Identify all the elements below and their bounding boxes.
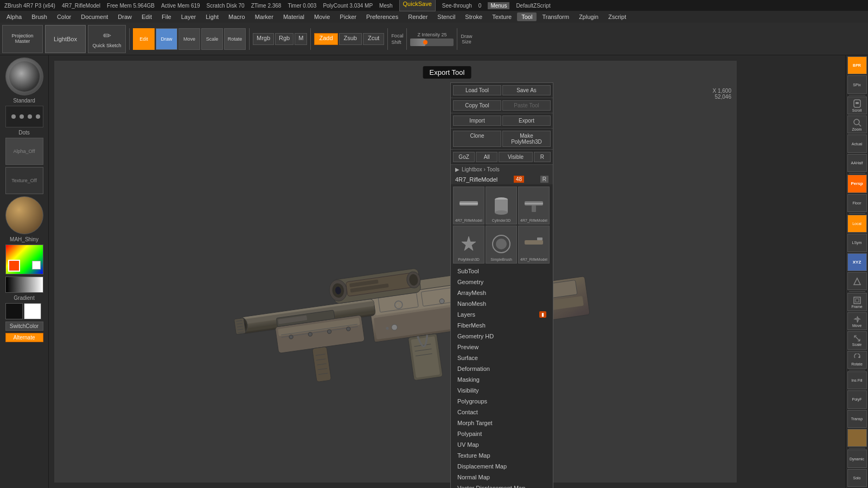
- fibermesh-item[interactable]: FiberMesh: [451, 320, 553, 331]
- move-view-button[interactable]: Move: [847, 312, 867, 330]
- clone-button[interactable]: Clone: [453, 131, 501, 147]
- secondary-color[interactable]: [24, 303, 41, 319]
- menu-zplugin[interactable]: Zplugin: [575, 12, 603, 21]
- load-tool-button[interactable]: Load Tool: [453, 85, 501, 95]
- r-button[interactable]: R: [534, 152, 551, 162]
- z-intensity-area[interactable]: Z Intensity 25: [410, 32, 454, 46]
- polyf-button[interactable]: PolyF: [847, 390, 867, 408]
- menu-alpha[interactable]: Alpha: [2, 12, 26, 21]
- z-intensity-slider[interactable]: [410, 38, 454, 46]
- nanomesh-item[interactable]: NanoMesh: [451, 298, 553, 309]
- canvas-area[interactable]: ×: [49, 55, 845, 488]
- rgb-button[interactable]: Rgb: [275, 33, 293, 45]
- local-button[interactable]: Local: [847, 215, 867, 233]
- rotate-button[interactable]: Rotate: [224, 28, 246, 50]
- zoom-button[interactable]: Zoom: [847, 115, 867, 133]
- normal-map-item[interactable]: Normal Map: [451, 472, 553, 483]
- preview-item[interactable]: Preview: [451, 342, 553, 352]
- edit-button[interactable]: Edit: [133, 28, 155, 50]
- menu-preferences[interactable]: Preferences: [362, 12, 403, 21]
- menu-brush[interactable]: Brush: [27, 12, 52, 21]
- spix-button[interactable]: SPix: [847, 75, 867, 93]
- visible-button[interactable]: Visible: [499, 152, 532, 162]
- projection-master-button[interactable]: Projection Master: [2, 25, 43, 53]
- mrgb-button[interactable]: Mrgb: [253, 33, 274, 45]
- quicksave-button[interactable]: QuickSave: [399, 0, 436, 11]
- layers-item[interactable]: Layers ▮: [451, 309, 553, 320]
- menu-picker[interactable]: Picker: [335, 12, 361, 21]
- scale-view-button[interactable]: Scale: [847, 331, 867, 349]
- texture-map-item[interactable]: Texture Map: [451, 450, 553, 461]
- menu-macro[interactable]: Macro: [224, 12, 250, 21]
- menu-color[interactable]: Color: [53, 12, 75, 21]
- zsub-button[interactable]: Zsub: [339, 33, 362, 45]
- xyz-button[interactable]: XYZ: [847, 253, 867, 271]
- menu-marker[interactable]: Marker: [251, 12, 278, 21]
- goz-button[interactable]: GoZ: [453, 152, 475, 162]
- switch-color-button[interactable]: SwitchColor: [5, 322, 43, 331]
- tool-thumb-rifle3[interactable]: 4R7_RifleModel: [518, 226, 550, 264]
- paste-tool-button[interactable]: Paste Tool: [502, 100, 551, 111]
- aahalf-button[interactable]: AAHalf: [847, 154, 867, 172]
- scroll-button[interactable]: Scroll: [847, 97, 867, 114]
- menu-tool[interactable]: Tool: [517, 12, 537, 21]
- menu-stencil[interactable]: Stencil: [433, 12, 459, 21]
- tool-thumb-rifle2[interactable]: 4R7_RifleModel: [518, 187, 550, 224]
- menu-movie[interactable]: Movie: [310, 12, 334, 21]
- displacement-map-item[interactable]: Displacement Map: [451, 461, 553, 472]
- color-picker[interactable]: [5, 245, 43, 274]
- sym-button[interactable]: [847, 272, 867, 290]
- arraymesh-item[interactable]: ArrayMesh: [451, 287, 553, 298]
- polypaint-item[interactable]: Polypaint: [451, 428, 553, 439]
- dynamic-button[interactable]: Dynamic: [847, 450, 867, 467]
- tool-thumb-cylinder[interactable]: Cylinder3D: [486, 187, 517, 224]
- draw-size-area[interactable]: Draw Size: [461, 34, 472, 44]
- menu-file[interactable]: File: [157, 12, 176, 21]
- contact-item[interactable]: Contact: [451, 407, 553, 418]
- tool-thumb-simplebrush[interactable]: SimpleBrush: [486, 226, 517, 264]
- menu-zscript[interactable]: Zscript: [604, 12, 630, 21]
- floor-button[interactable]: Floor: [847, 194, 867, 212]
- menu-stroke[interactable]: Stroke: [461, 12, 487, 21]
- actual-button[interactable]: Actual: [847, 134, 867, 152]
- primary-color[interactable]: [5, 303, 23, 319]
- menus-btn[interactable]: Menus: [488, 2, 509, 9]
- ins-fill-button[interactable]: Ins Fill: [847, 371, 867, 389]
- gradient-preview[interactable]: [5, 277, 43, 293]
- move-button[interactable]: Move: [178, 28, 200, 50]
- lsym-button[interactable]: LSym: [847, 234, 867, 252]
- quick-sketch-button[interactable]: ✏ Quick Sketch: [88, 25, 126, 53]
- texture-preview[interactable]: Texture_Off: [5, 167, 43, 194]
- brush-preview[interactable]: [5, 57, 43, 95]
- geometry-hd-item[interactable]: Geometry HD: [451, 331, 553, 342]
- copy-tool-button[interactable]: Copy Tool: [453, 100, 501, 111]
- uv-map-item[interactable]: UV Map: [451, 439, 553, 450]
- masking-item[interactable]: Masking: [451, 374, 553, 385]
- zcut-button[interactable]: Zcut: [363, 33, 384, 45]
- menu-render[interactable]: Render: [404, 12, 432, 21]
- menu-draw[interactable]: Draw: [113, 12, 136, 21]
- m-button[interactable]: M: [295, 33, 307, 45]
- alpha-preview[interactable]: Alpha_Off: [5, 138, 43, 165]
- surface-item[interactable]: Surface: [451, 352, 553, 363]
- material-swatch[interactable]: [847, 429, 867, 447]
- tool-thumb-rifle1[interactable]: 4R7_RifleModel: [453, 187, 484, 224]
- vector-displacement-item[interactable]: Vector Displacement Map: [451, 483, 553, 488]
- all-button[interactable]: All: [476, 152, 497, 162]
- subtool-item[interactable]: SubTool: [451, 266, 553, 277]
- stroke-preview[interactable]: [5, 106, 43, 127]
- menu-document[interactable]: Document: [76, 12, 112, 21]
- morph-target-item[interactable]: Morph Target: [451, 418, 553, 428]
- make-polymesh-button[interactable]: Make PolyMesh3D: [502, 131, 551, 147]
- export-button[interactable]: Export: [502, 115, 551, 126]
- geometry-item[interactable]: Geometry: [451, 277, 553, 287]
- menu-material[interactable]: Material: [279, 12, 309, 21]
- transp-button[interactable]: Transp: [847, 410, 867, 428]
- scale-button[interactable]: Scale: [201, 28, 223, 50]
- lightbox-button[interactable]: LightBox: [45, 25, 86, 53]
- menu-edit[interactable]: Edit: [137, 12, 156, 21]
- menu-light[interactable]: Light: [201, 12, 223, 21]
- alternate-button[interactable]: Alternate: [5, 333, 43, 342]
- deformation-item[interactable]: Deformation: [451, 363, 553, 374]
- menu-layer[interactable]: Layer: [177, 12, 201, 21]
